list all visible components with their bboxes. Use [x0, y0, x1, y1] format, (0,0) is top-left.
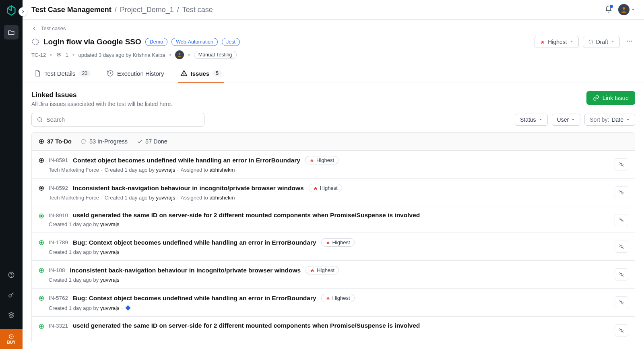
link-issue-button[interactable]: Link Issue — [586, 91, 635, 105]
svg-point-10 — [179, 53, 181, 55]
issue-row[interactable]: IN-5762Bug: Context object becomes undef… — [32, 289, 635, 317]
priority-highest-icon — [540, 39, 545, 45]
draft-status-icon — [588, 39, 594, 45]
notifications-icon[interactable] — [605, 5, 613, 15]
issue-id: IN-8910 — [49, 212, 68, 218]
issue-row[interactable]: IN-8592Inconsistent back-navigation beha… — [32, 179, 635, 206]
testing-type-chip: Manual Testing — [194, 51, 237, 59]
issues-list: IN-8591Context object becomes undefined … — [31, 151, 635, 342]
unlink-button[interactable] — [615, 268, 628, 280]
svg-point-17 — [41, 160, 42, 161]
svg-point-11 — [184, 75, 184, 75]
issue-title: Bug: Context object becomes undefined wh… — [73, 295, 316, 302]
svg-point-7 — [627, 41, 628, 42]
priority-selector[interactable]: Highest — [535, 36, 578, 48]
chevron-down-icon — [571, 118, 575, 122]
issue-row[interactable]: IN-8591Context object becomes undefined … — [32, 151, 635, 179]
tab-execution-history[interactable]: Execution History — [104, 65, 167, 83]
filter-user[interactable]: User — [552, 114, 581, 126]
filter-sort[interactable]: Sort by: Date — [584, 114, 635, 126]
notification-dot — [609, 4, 613, 8]
issue-title: Inconsistent back-navigation behaviour i… — [70, 267, 301, 274]
status-done[interactable]: 57 Done — [136, 138, 167, 145]
svg-point-29 — [41, 326, 42, 327]
more-menu-button[interactable] — [624, 35, 635, 48]
tag-demo[interactable]: Demo — [145, 38, 167, 46]
chevron-down-icon — [626, 118, 630, 122]
status-todo[interactable]: 37 To-Do — [38, 138, 72, 145]
unlink-button[interactable] — [615, 296, 628, 308]
buy-button[interactable]: BUY — [0, 329, 23, 349]
svg-point-8 — [629, 41, 630, 42]
svg-point-15 — [82, 139, 86, 144]
tag-web-automation[interactable]: Web-Automation — [171, 38, 218, 46]
key-icon[interactable] — [5, 289, 18, 301]
search-input-wrapper[interactable] — [31, 113, 204, 127]
meta-row: TC-12 • 1 • updated 3 days ago by Krishn… — [23, 50, 644, 65]
svg-point-4 — [623, 7, 625, 10]
unlink-button[interactable] — [615, 241, 628, 253]
issue-status-icon — [38, 323, 45, 331]
issue-row[interactable]: IN-108Inconsistent back-navigation behav… — [32, 261, 635, 289]
svg-point-25 — [41, 270, 42, 271]
unlink-button[interactable] — [615, 186, 628, 198]
svg-point-2 — [9, 295, 11, 297]
breadcrumb-page: Test case — [182, 6, 213, 14]
stack-icon — [56, 52, 62, 58]
issue-meta: Created 1 day ago by yuvvrajs · — [49, 305, 611, 311]
search-input[interactable] — [46, 116, 199, 123]
svg-point-23 — [41, 242, 42, 243]
issue-id: IN-3321 — [49, 323, 68, 329]
folder-nav-icon[interactable] — [4, 25, 19, 39]
warning-icon — [180, 70, 188, 77]
topbar: Test Case Management / Project_Demo_1 / … — [23, 0, 644, 20]
unlink-button[interactable] — [615, 158, 628, 170]
tag-jest[interactable]: Jest — [222, 38, 240, 46]
priority-badge: Highest — [321, 294, 355, 302]
stack-icon[interactable] — [5, 309, 18, 322]
priority-badge: Highest — [305, 156, 339, 164]
status-inprogress[interactable]: 53 In-Progress — [80, 138, 128, 145]
issue-meta: Created 1 day ago by yuvvrajs — [49, 221, 611, 227]
status-selector[interactable]: Draft — [583, 36, 620, 48]
issue-row[interactable]: IN-1789Bug: Context object becomes undef… — [32, 233, 635, 261]
status-counts-bar: 37 To-Do 53 In-Progress 57 Done — [31, 132, 635, 151]
issue-status-icon — [38, 295, 45, 303]
issue-id: IN-108 — [49, 267, 65, 273]
issue-row[interactable]: IN-3321useId generated the same ID on se… — [32, 317, 635, 342]
search-icon — [37, 116, 43, 123]
filter-status[interactable]: Status — [515, 114, 548, 126]
tab-test-details[interactable]: Test Details 20 — [31, 65, 93, 83]
issue-meta: Tech Marketing Force · Created 1 day ago… — [49, 167, 611, 173]
issue-meta: Created 1 day ago by yuvvrajs — [49, 249, 611, 255]
issue-meta: Tech Marketing Force · Created 1 day ago… — [49, 195, 611, 201]
issue-status-icon — [38, 239, 45, 247]
author-avatar — [175, 50, 184, 59]
issue-status-icon — [38, 185, 45, 193]
app-logo[interactable] — [6, 5, 17, 16]
issue-id: IN-1789 — [49, 239, 68, 245]
unlink-button[interactable] — [615, 214, 628, 226]
issue-row[interactable]: IN-8910useId generated the same ID on se… — [32, 206, 635, 233]
svg-point-6 — [589, 40, 592, 44]
tab-issues[interactable]: Issues 5 — [178, 65, 224, 83]
svg-point-1 — [11, 276, 12, 276]
svg-point-5 — [33, 39, 39, 45]
test-case-id: TC-12 — [31, 52, 46, 58]
section-subtitle: All Jira issues associated with the test… — [31, 101, 172, 107]
draft-status-icon — [31, 38, 39, 46]
check-icon — [136, 138, 143, 145]
help-icon[interactable] — [5, 268, 18, 281]
back-link[interactable]: Test cases — [41, 25, 66, 31]
user-menu[interactable] — [618, 4, 635, 15]
breadcrumb-app[interactable]: Test Case Management — [31, 6, 111, 14]
issue-status-icon — [38, 157, 45, 165]
avatar — [618, 4, 630, 15]
issue-id: IN-8592 — [49, 185, 68, 191]
svg-point-27 — [41, 297, 42, 299]
chevron-down-icon — [539, 118, 543, 122]
back-chevron-icon[interactable] — [31, 26, 37, 31]
updated-text: updated 3 days ago by Krishna Kaipa — [78, 52, 165, 58]
unlink-button[interactable] — [615, 324, 628, 337]
breadcrumb-project[interactable]: Project_Demo_1 — [120, 6, 174, 14]
